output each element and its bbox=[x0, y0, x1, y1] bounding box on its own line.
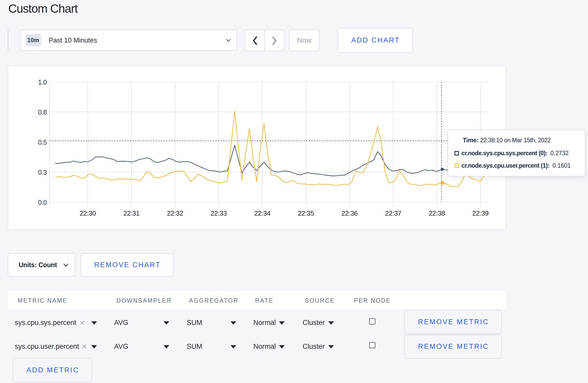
svg-text:22:35: 22:35 bbox=[298, 209, 314, 217]
svg-text:22:33: 22:33 bbox=[211, 209, 227, 217]
svg-text:22:38: 22:38 bbox=[429, 209, 445, 217]
svg-text:22:32: 22:32 bbox=[167, 209, 183, 217]
svg-text:22:36: 22:36 bbox=[341, 209, 358, 217]
svg-text:22:37: 22:37 bbox=[385, 209, 401, 217]
svg-text:22:30: 22:30 bbox=[80, 209, 96, 217]
svg-text:22:34: 22:34 bbox=[254, 209, 271, 217]
svg-text:0.0: 0.0 bbox=[38, 199, 47, 206]
svg-text:22:39: 22:39 bbox=[472, 209, 489, 217]
svg-text:22:31: 22:31 bbox=[123, 209, 140, 217]
svg-text:0.3: 0.3 bbox=[38, 169, 47, 176]
svg-text:1.0: 1.0 bbox=[38, 79, 47, 86]
svg-text:0.8: 0.8 bbox=[38, 109, 47, 116]
svg-text:0.5: 0.5 bbox=[38, 139, 47, 146]
